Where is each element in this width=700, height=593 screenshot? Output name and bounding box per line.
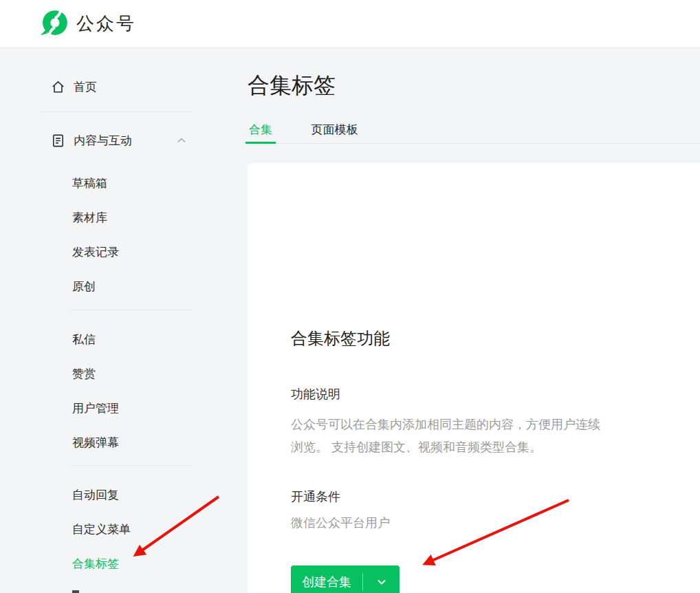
sidebar-item-original[interactable]: 原创 xyxy=(0,269,234,303)
top-header: 公众号 xyxy=(0,0,700,48)
chevron-down-icon xyxy=(375,575,389,589)
wechat-official-account-logo[interactable] xyxy=(39,8,69,41)
sidebar-item-label: 发表记录 xyxy=(72,244,119,260)
feature-description-label: 功能说明 xyxy=(291,387,659,402)
chevron-up-icon xyxy=(175,133,188,147)
tab-bar: 合集 页面模板 xyxy=(248,123,700,144)
sidebar: 首页 内容与互动 草稿箱 素材库 发表记录 原创 私信 赞赏 用户管理 视频弹幕… xyxy=(0,49,234,593)
sidebar-item-label: 首页 xyxy=(74,79,97,95)
card-heading: 合集标签功能 xyxy=(291,329,659,348)
sidebar-item-private-messages[interactable]: 私信 xyxy=(0,322,234,356)
sidebar-group-tools: 自动回复 自定义菜单 合集标签 xyxy=(0,477,234,581)
sidebar-item-material-library[interactable]: 素材库 xyxy=(0,200,234,235)
tab-collection[interactable]: 合集 xyxy=(248,123,274,137)
create-collection-button[interactable]: 创建合集 xyxy=(291,565,400,593)
sidebar-item-drafts[interactable]: 草稿箱 xyxy=(0,166,234,200)
sidebar-group-content: 草稿箱 素材库 发表记录 原创 xyxy=(0,166,234,303)
tab-page-template[interactable]: 页面模板 xyxy=(309,123,359,137)
sidebar-item-partial xyxy=(72,590,79,593)
sidebar-item-video-danmaku[interactable]: 视频弹幕 xyxy=(0,425,234,460)
tab-label: 合集 xyxy=(249,123,272,136)
sidebar-item-auto-reply[interactable]: 自动回复 xyxy=(0,477,234,512)
home-icon xyxy=(50,78,66,95)
page-title: 合集标签 xyxy=(248,72,336,99)
sidebar-item-rewards[interactable]: 赞赏 xyxy=(0,356,234,391)
sidebar-divider xyxy=(71,310,193,310)
brand-title: 公众号 xyxy=(76,12,136,36)
sidebar-section-label: 内容与互动 xyxy=(74,133,132,149)
sidebar-item-collection-tags[interactable]: 合集标签 xyxy=(0,546,234,581)
feature-description-text: 公众号可以在合集内添加相同主题的内容，方便用户连续浏览。 支持创建图文、视频和音… xyxy=(291,413,607,459)
sidebar-divider xyxy=(40,111,193,112)
sidebar-item-label: 自定义菜单 xyxy=(72,521,131,537)
sidebar-item-label: 自动回复 xyxy=(72,487,119,503)
sidebar-item-label: 草稿箱 xyxy=(72,175,107,191)
sidebar-item-label: 私信 xyxy=(72,332,96,347)
sidebar-item-label: 素材库 xyxy=(72,210,107,226)
sidebar-group-interaction: 私信 赞赏 用户管理 视频弹幕 xyxy=(0,322,234,460)
activation-condition-label: 开通条件 xyxy=(291,489,659,504)
sidebar-section-content[interactable]: 内容与互动 xyxy=(0,123,234,158)
sidebar-item-label: 用户管理 xyxy=(72,400,119,416)
create-collection-dropdown[interactable] xyxy=(363,575,400,589)
active-tab-underline xyxy=(245,142,276,144)
activation-condition-text: 微信公众平台用户 xyxy=(291,515,659,530)
sidebar-item-label: 原创 xyxy=(72,279,96,294)
sidebar-item-label: 赞赏 xyxy=(72,366,96,382)
sidebar-item-custom-menu[interactable]: 自定义菜单 xyxy=(0,512,234,546)
sidebar-item-home[interactable]: 首页 xyxy=(0,69,234,104)
sidebar-item-publish-records[interactable]: 发表记录 xyxy=(0,235,234,269)
create-collection-label[interactable]: 创建合集 xyxy=(291,574,362,590)
sidebar-divider xyxy=(71,465,193,466)
sidebar-item-label: 视频弹幕 xyxy=(72,435,119,451)
collection-feature-card: 合集标签功能 功能说明 公众号可以在合集内添加相同主题的内容，方便用户连续浏览。… xyxy=(248,163,700,593)
sidebar-item-label: 合集标签 xyxy=(72,556,119,572)
document-icon xyxy=(50,132,66,149)
sidebar-item-user-management[interactable]: 用户管理 xyxy=(0,391,234,425)
tab-label: 页面模板 xyxy=(311,123,358,136)
